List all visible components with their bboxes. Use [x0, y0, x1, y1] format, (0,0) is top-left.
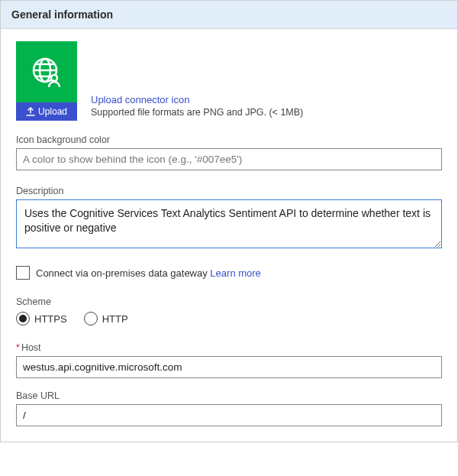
base-url-input[interactable] [16, 404, 442, 426]
section-body: Upload Upload connector icon Supported f… [1, 29, 457, 442]
upload-button-label: Upload [38, 106, 67, 117]
upload-icon-link[interactable]: Upload connector icon [91, 94, 303, 105]
scheme-option-http[interactable]: HTTP [84, 312, 128, 325]
icon-upload-row: Upload Upload connector icon Supported f… [16, 41, 442, 121]
gateway-label: Connect via on-premises data gateway Lea… [36, 267, 261, 279]
general-information-panel: General information [0, 0, 458, 442]
icon-bg-color-label: Icon background color [16, 134, 442, 145]
gateway-label-text: Connect via on-premises data gateway [36, 267, 208, 279]
scheme-option-https[interactable]: HTTPS [16, 312, 67, 325]
gateway-checkbox[interactable] [16, 266, 30, 280]
connector-icon-preview [16, 41, 77, 102]
required-mark: * [16, 342, 20, 353]
upload-icon-hint: Supported file formats are PNG and JPG. … [91, 107, 303, 118]
base-url-field: Base URL [16, 390, 442, 426]
svg-point-5 [51, 75, 57, 81]
icon-upload-text: Upload connector icon Supported file for… [91, 94, 303, 121]
icon-bg-color-input[interactable] [16, 148, 442, 170]
gateway-learn-more-link[interactable]: Learn more [210, 267, 260, 279]
section-title: General information [1, 1, 457, 29]
host-label-text: Host [21, 342, 41, 353]
host-field: *Host [16, 342, 442, 378]
description-label: Description [16, 186, 442, 196]
icon-bg-color-field: Icon background color [16, 134, 442, 170]
scheme-field: Scheme HTTPS HTTP [16, 296, 442, 325]
scheme-label: Scheme [16, 296, 442, 307]
gateway-row: Connect via on-premises data gateway Lea… [16, 266, 442, 280]
icon-column: Upload [16, 41, 77, 121]
scheme-option-https-label: HTTPS [34, 313, 67, 325]
globe-person-icon [30, 55, 63, 89]
upload-icon [26, 107, 35, 116]
radio-icon [84, 312, 98, 325]
description-field: Description [16, 186, 442, 251]
upload-button[interactable]: Upload [16, 102, 77, 121]
radio-icon [16, 312, 30, 325]
scheme-options: HTTPS HTTP [16, 312, 442, 325]
base-url-label: Base URL [16, 390, 442, 401]
host-input[interactable] [16, 356, 442, 378]
description-input[interactable] [16, 199, 442, 248]
host-label: *Host [16, 342, 442, 353]
scheme-option-http-label: HTTP [102, 313, 128, 325]
